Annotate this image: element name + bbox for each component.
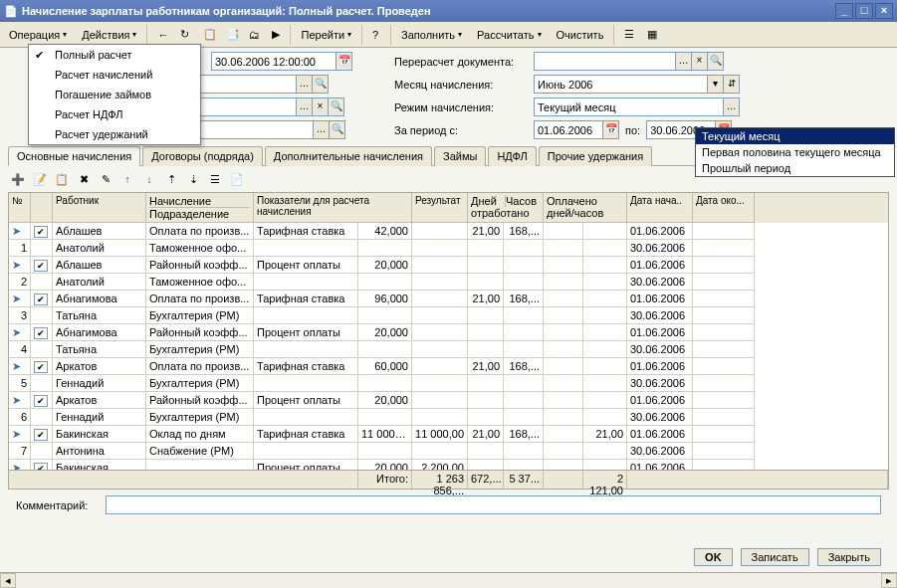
select-icon[interactable]: … <box>314 120 330 139</box>
recalc-input[interactable] <box>534 52 676 71</box>
save-button[interactable]: Записать <box>741 548 809 566</box>
mode-option-firsthalf[interactable]: Первая половина текущего месяца <box>696 144 894 160</box>
toolbar-refresh-icon[interactable]: ↻ <box>173 24 195 46</box>
toolbar-post-icon[interactable]: ▶ <box>265 24 287 46</box>
col-accrual[interactable]: Начисление Подразделение <box>146 193 254 223</box>
scroll-right-icon[interactable]: ▸ <box>881 573 897 588</box>
sort-asc-icon[interactable]: ⇡ <box>161 169 181 189</box>
opmenu-item-deductions[interactable]: Расчет удержаний <box>29 124 200 144</box>
opmenu-item-loans[interactable]: Погашение займов <box>29 85 200 104</box>
table-row[interactable]: ➤✔АркатовОплата по произв...Тарифная ста… <box>9 358 888 375</box>
select-icon[interactable]: … <box>297 75 313 94</box>
table-row-sub[interactable]: 1АнатолийТаможенное офо...30.06.2006 <box>9 240 888 257</box>
tab-loans[interactable]: Займы <box>434 146 486 166</box>
col-indicators[interactable]: Показатели для расчета начисления <box>254 193 412 223</box>
select-icon[interactable]: … <box>297 98 313 116</box>
table-row[interactable]: ➤✔АблашевОплата по произв...Тарифная ста… <box>9 223 888 240</box>
table-row[interactable]: ➤✔АбнагимоваРайонный коэфф...Процент опл… <box>9 324 888 341</box>
table-row[interactable]: ➤✔БакинскаяОклад по днямТарифная ставка1… <box>9 426 888 443</box>
toolbar-structure-icon[interactable]: 📑 <box>219 24 241 46</box>
sort-desc-icon[interactable]: ⇣ <box>183 169 203 189</box>
close-button[interactable]: Закрыть <box>817 548 881 566</box>
col-date-start[interactable]: Дата нача.. <box>627 193 693 223</box>
mode-option-prev[interactable]: Прошлый период <box>696 160 894 176</box>
toolbar-back-icon[interactable]: ← <box>150 24 172 46</box>
insert-row-icon[interactable]: 📝 <box>30 169 50 189</box>
mode-popup[interactable]: Текущий месяц Первая половина текущего м… <box>695 127 895 177</box>
copy-row-icon[interactable]: 📋 <box>52 169 72 189</box>
clear-icon[interactable]: × <box>313 98 329 116</box>
move-down-icon[interactable]: ↓ <box>139 169 159 189</box>
filter-icon[interactable]: ☰ <box>205 169 225 189</box>
grid-body[interactable]: ➤✔АблашевОплата по произв...Тарифная ста… <box>9 223 888 470</box>
col-employee[interactable]: Работник <box>53 193 146 223</box>
month-input[interactable]: Июнь 2006 <box>534 75 708 94</box>
row-checkbox[interactable]: ✔ <box>31 460 53 470</box>
tab-other[interactable]: Прочие удержания <box>539 146 652 166</box>
fill-menu[interactable]: Заполнить▾ <box>394 24 469 46</box>
mode-option-current[interactable]: Текущий месяц <box>696 128 894 144</box>
clear-button[interactable]: Очистить <box>550 24 611 46</box>
table-row[interactable]: ➤✔БакинскаяПроцент оплаты20,0002 200,000… <box>9 460 888 470</box>
scroll-left-icon[interactable]: ◂ <box>0 573 16 588</box>
col-check[interactable] <box>31 193 53 223</box>
table-row-sub[interactable]: 4ТатьянаБухгалтерия (РМ)30.06.2006 <box>9 341 888 358</box>
opmenu-item-accruals[interactable]: Расчет начислений <box>29 65 200 85</box>
tab-main-accruals[interactable]: Основные начисления <box>8 146 140 166</box>
row-checkbox[interactable]: ✔ <box>31 358 53 375</box>
search-icon[interactable]: 🔍 <box>708 52 724 71</box>
org-input[interactable] <box>187 75 297 94</box>
maximize-button[interactable]: □ <box>855 3 873 19</box>
table-row-sub[interactable]: 7АнтонинаСнабжение (РМ)30.06.2006 <box>9 443 888 460</box>
spinner-icon[interactable]: ⇵ <box>724 75 740 94</box>
select-icon[interactable]: … <box>724 98 740 116</box>
opmenu-item-full[interactable]: ✔Полный расчет <box>29 45 200 65</box>
row-checkbox[interactable]: ✔ <box>31 223 53 240</box>
tab-additional[interactable]: Дополнительные начисления <box>265 146 432 166</box>
select-icon[interactable]: … <box>676 52 692 71</box>
actions-menu[interactable]: Действия▾ <box>75 24 143 46</box>
close-button[interactable]: × <box>875 3 893 19</box>
table-row-sub[interactable]: 5ГеннадийБухгалтерия (РМ)30.06.2006 <box>9 375 888 392</box>
row-checkbox[interactable]: ✔ <box>31 392 53 409</box>
table-row[interactable]: ➤✔АркатовРайонный коэфф...Процент оплаты… <box>9 392 888 409</box>
col-result[interactable]: Результат <box>412 193 468 223</box>
tab-contracts[interactable]: Договоры (подряда) <box>142 146 263 166</box>
tab-ndfl[interactable]: НДФЛ <box>488 146 536 166</box>
dropdown-icon[interactable]: ▾ <box>708 75 724 94</box>
toolbar-grid-icon[interactable]: ▦ <box>640 24 662 46</box>
row-checkbox[interactable]: ✔ <box>31 257 53 274</box>
mode-input[interactable]: Текущий месяц <box>534 98 724 116</box>
toolbar-list-icon[interactable]: ☰ <box>617 24 639 46</box>
date-picker-icon[interactable]: 📅 <box>336 52 352 71</box>
col-date-end[interactable]: Дата око... <box>693 193 755 223</box>
period-from-input[interactable]: 01.06.2006 <box>534 120 603 139</box>
operation-menu[interactable]: Операция▾ <box>2 24 74 46</box>
date-picker-icon[interactable]: 📅 <box>603 120 619 139</box>
opmenu-item-ndfl[interactable]: Расчет НДФЛ <box>29 104 200 124</box>
ok-button[interactable]: OK <box>694 548 733 566</box>
add-row-icon[interactable]: ➕ <box>8 169 28 189</box>
row-checkbox[interactable]: ✔ <box>31 291 53 307</box>
col-paid[interactable]: Оплачено дней/часов <box>544 193 627 223</box>
clear-icon[interactable]: × <box>692 52 708 71</box>
search-icon[interactable]: 🔍 <box>329 98 344 116</box>
table-row-sub[interactable]: 6ГеннадийБухгалтерия (РМ)30.06.2006 <box>9 409 888 426</box>
search-icon[interactable]: 🔍 <box>330 120 345 139</box>
resp-input[interactable] <box>184 120 314 139</box>
dept-input[interactable] <box>187 98 297 116</box>
delete-row-icon[interactable]: ✖ <box>74 169 94 189</box>
table-row[interactable]: ➤✔АбнагимоваОплата по произв...Тарифная … <box>9 291 888 307</box>
minimize-button[interactable]: _ <box>835 3 853 19</box>
table-row-sub[interactable]: 2АнатолийТаможенное офо...30.06.2006 <box>9 274 888 291</box>
table-row[interactable]: ➤✔АблашевРайонный коэфф...Процент оплаты… <box>9 257 888 274</box>
date-from-input[interactable]: 30.06.2006 12:00:00 <box>211 52 336 71</box>
goto-menu[interactable]: Перейти▾ <box>294 24 358 46</box>
comment-input[interactable] <box>106 495 881 514</box>
search-icon[interactable]: 🔍 <box>313 75 329 94</box>
move-up-icon[interactable]: ↑ <box>117 169 137 189</box>
edit-row-icon[interactable]: ✎ <box>96 169 115 189</box>
help-icon[interactable]: ? <box>365 24 387 46</box>
col-num[interactable]: № <box>9 193 31 223</box>
table-row-sub[interactable]: 3ТатьянаБухгалтерия (РМ)30.06.2006 <box>9 307 888 324</box>
